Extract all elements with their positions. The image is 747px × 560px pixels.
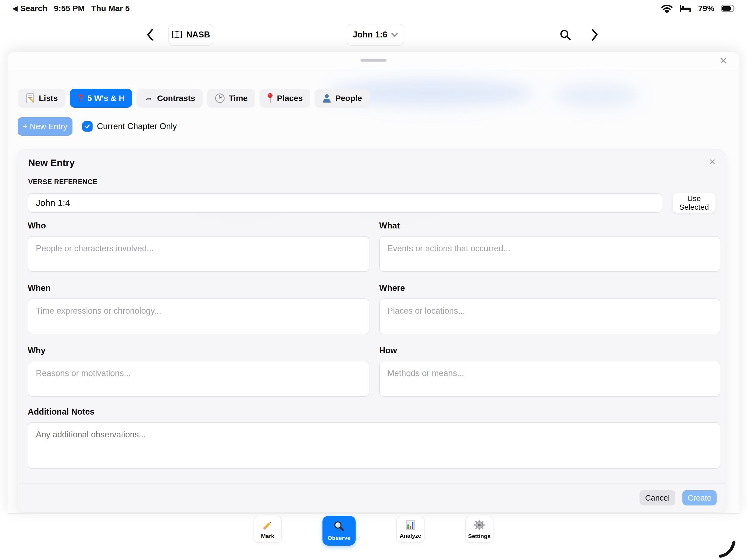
card-close-button[interactable]: × [707, 155, 717, 169]
card-footer: Cancel Create [18, 483, 725, 512]
field-label-who: Who [28, 221, 369, 231]
pencil-icon [262, 519, 273, 531]
tab-places[interactable]: Places [259, 89, 310, 108]
toolbar-settings-button[interactable]: Settings [465, 516, 493, 543]
open-book-icon [172, 30, 182, 39]
toolbar-observe-button[interactable]: Observe [323, 516, 356, 545]
tab-label: Lists [39, 94, 58, 103]
card-title: New Entry [28, 157, 75, 168]
gear-icon [474, 519, 485, 531]
translation-button[interactable]: NASB [168, 24, 213, 46]
entry-controls-row: + New Entry Current Chapter Only [18, 117, 177, 136]
person-icon [322, 94, 331, 103]
back-to-app-label: Search [20, 4, 47, 13]
tab-label: 5 W's & H [87, 94, 125, 103]
sleep-focus-icon [679, 4, 692, 13]
double-arrow-icon: ⇔ [144, 93, 153, 104]
back-chevron-button[interactable] [143, 27, 156, 42]
additional-notes-input[interactable] [28, 422, 720, 469]
status-bar: ◀ Search 9:55 PM Thu Mar 5 79% [0, 0, 747, 17]
use-selected-button[interactable]: Use Selected [673, 193, 716, 213]
nav-bar: NASB John 1:6 [0, 17, 747, 52]
five-ws-grid: Who What When Where Why [28, 221, 720, 408]
tab-label: Contrasts [157, 94, 195, 103]
back-to-app-button[interactable]: ◀ Search [12, 4, 48, 13]
toolbar-label: Mark [261, 533, 274, 539]
how-input[interactable] [379, 361, 720, 397]
new-entry-button[interactable]: + New Entry [18, 117, 73, 136]
toolbar-mark-button[interactable]: Mark [254, 516, 282, 543]
field-label-what: What [379, 221, 720, 231]
toolbar-label: Analyze [400, 533, 421, 539]
toolbar-label: Observe [328, 535, 351, 541]
pushpin-icon [267, 93, 273, 104]
sheet-close-button[interactable]: × [718, 53, 728, 69]
red-question-icon: ? [77, 92, 84, 104]
blurred-background-blob [553, 83, 640, 108]
back-triangle-icon: ◀ [12, 5, 17, 12]
tab-5ws-and-h[interactable]: ? 5 W's & H [70, 89, 132, 108]
chevron-left-icon [146, 28, 154, 41]
additional-notes-section: Additional Notes [28, 407, 720, 470]
tab-contrasts[interactable]: ⇔ Contrasts [136, 89, 203, 108]
clock-time: 9:55 PM [54, 4, 85, 13]
cancel-button[interactable]: Cancel [640, 490, 675, 505]
corner-swoosh-mark [717, 539, 740, 559]
verse-selector-label: John 1:6 [353, 30, 387, 39]
search-button[interactable] [559, 28, 572, 42]
app-screen: { "status_bar": { "back_to_app": "Search… [0, 0, 747, 560]
translation-label: NASB [186, 30, 210, 39]
field-label-where: Where [379, 283, 720, 293]
toolbar-analyze-button[interactable]: Analyze [396, 516, 424, 543]
tab-people[interactable]: People [315, 89, 369, 108]
sheet-body: Lists ? 5 W's & H ⇔ Contrasts Time [8, 69, 739, 513]
bar-chart-icon [405, 519, 416, 530]
field-label-why: Why [28, 346, 369, 355]
who-input[interactable] [28, 236, 369, 272]
when-input[interactable] [28, 298, 369, 334]
wifi-icon [661, 4, 673, 13]
toolbar-label: Settings [468, 533, 491, 539]
search-icon [560, 29, 571, 41]
create-button[interactable]: Create [682, 490, 717, 505]
checkbox-checked-icon[interactable] [82, 121, 93, 132]
close-icon: × [720, 53, 727, 68]
tab-time[interactable]: Time [207, 89, 255, 108]
magnifier-icon [333, 520, 345, 533]
check-icon [85, 124, 90, 129]
sheet-grabber-handle[interactable] [360, 59, 387, 61]
why-input[interactable] [28, 361, 369, 397]
chevron-down-icon [391, 32, 398, 37]
field-label-how: How [379, 346, 720, 355]
additional-notes-label: Additional Notes [28, 407, 720, 417]
tab-label: Places [277, 94, 303, 103]
verse-reference-label: VERSE REFERENCE [28, 178, 98, 186]
tab-label: People [335, 94, 362, 103]
verse-selector-button[interactable]: John 1:6 [346, 24, 404, 46]
close-icon: × [709, 156, 716, 168]
where-input[interactable] [379, 298, 720, 334]
tab-lists[interactable]: Lists [18, 89, 66, 108]
verse-reference-input[interactable] [28, 193, 662, 213]
battery-icon [721, 4, 736, 12]
sheet-grab-strip: × [8, 52, 739, 69]
memo-icon [25, 93, 35, 103]
clock-date: Thu Mar 5 [91, 4, 130, 13]
new-entry-card: New Entry × VERSE REFERENCE Use Selected… [18, 150, 725, 512]
current-chapter-label: Current Chapter Only [97, 122, 177, 131]
clock-icon [215, 93, 225, 103]
observe-sheet: × [8, 52, 739, 514]
battery-percent: 79% [698, 4, 715, 13]
tab-label: Time [229, 94, 248, 103]
bottom-toolbar: Mark Observe Analyze [0, 516, 747, 545]
observation-tabs: Lists ? 5 W's & H ⇔ Contrasts Time [18, 89, 370, 108]
field-label-when: When [28, 283, 369, 293]
chevron-right-icon [591, 28, 599, 41]
what-input[interactable] [379, 236, 720, 272]
current-chapter-toggle[interactable]: Current Chapter Only [82, 121, 177, 132]
forward-chevron-button[interactable] [589, 27, 601, 42]
